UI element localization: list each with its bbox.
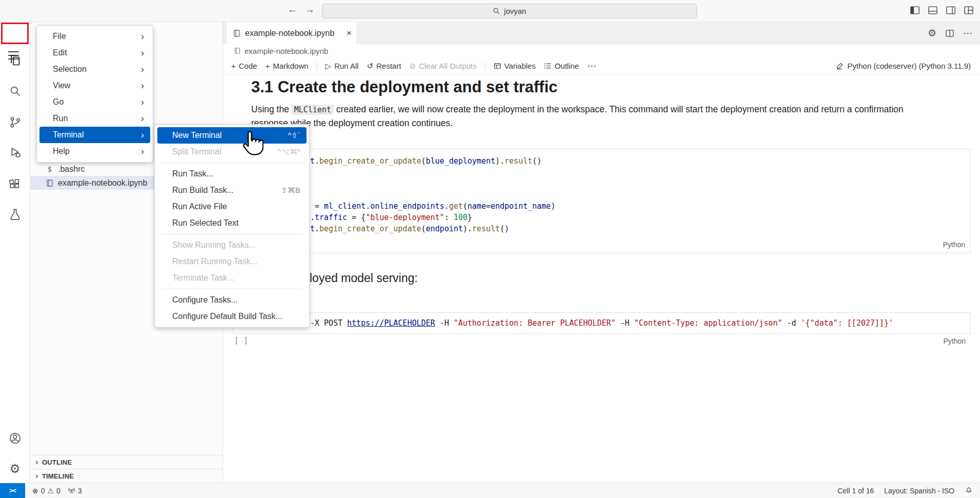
menu-separator [160, 234, 303, 234]
nav-forward-icon[interactable]: → [305, 4, 315, 15]
toggle-sidebar-icon[interactable] [910, 5, 920, 15]
menu-item-edit[interactable]: Edit› [39, 45, 150, 61]
code-cell-1[interactable]: t.begin_create_or_update(blue_deployment… [233, 149, 971, 253]
run-all-icon: ▷ [325, 62, 332, 71]
toolbar-divider [317, 62, 317, 70]
notebook-file-icon [46, 179, 54, 187]
code-editor[interactable]: -X POST https://PLACEHOLDER -H "Authoriz… [233, 317, 970, 329]
shortcut-label: ^⇧` [288, 131, 300, 140]
breadcrumb[interactable]: example-notebook.ipynb [223, 44, 980, 57]
command-center-search[interactable]: jovyan [322, 4, 697, 18]
shellscript-file-icon: $ [46, 165, 54, 173]
inline-code: MLClient [292, 105, 334, 115]
notebook-file-icon [234, 47, 241, 54]
chevron-right-icon: › [35, 471, 38, 481]
toolbar-divider [485, 62, 485, 70]
menu-item-run-active-file[interactable]: Run Active File [157, 198, 307, 215]
customize-layout-icon[interactable] [964, 5, 974, 15]
nav-back-icon[interactable]: ← [288, 4, 297, 15]
plus-icon: + [231, 62, 236, 70]
plus-icon: + [266, 62, 270, 70]
error-icon: ⊗ [32, 487, 38, 495]
menu-item-go[interactable]: Go› [39, 94, 150, 110]
ports-indicator[interactable]: 3 [68, 487, 82, 495]
add-code-cell-button[interactable]: + Code [231, 62, 257, 70]
menu-item-split-terminal: Split Terminal^⌥⌘º [157, 144, 307, 160]
menu-item-run-build-task[interactable]: Run Build Task...⇧⌘B [157, 182, 307, 198]
outline-section-header[interactable]: › OUTLINE [30, 455, 222, 469]
menu-item-file[interactable]: File› [39, 28, 150, 45]
markdown-heading-fragment: loyed model serving: [310, 270, 971, 287]
menu-item-new-terminal[interactable]: New Terminal^⇧` [157, 127, 307, 144]
run-debug-icon[interactable] [7, 144, 23, 161]
notifications-bell-icon[interactable] [965, 487, 973, 495]
account-icon[interactable] [7, 430, 23, 446]
add-markdown-cell-button[interactable]: + Markdown [266, 62, 309, 70]
markdown-paragraph: Using the MLClient created earlier, we w… [251, 103, 971, 130]
toolbar-more-icon[interactable]: ⋯ [587, 61, 597, 72]
restart-kernel-button[interactable]: ↺ Restart [367, 62, 401, 71]
extensions-icon[interactable] [7, 176, 23, 192]
chevron-right-icon: › [35, 457, 38, 467]
toggle-secondary-sidebar-icon[interactable] [946, 5, 956, 15]
clear-outputs-icon: ⊘ [410, 62, 416, 71]
file-name: example-notebook.ipynb [58, 178, 147, 188]
execution-count: [ ] [234, 336, 248, 345]
remote-icon: >< [9, 487, 16, 494]
menu-item-terminal[interactable]: Terminal› [39, 127, 150, 143]
editor-settings-gear-icon[interactable]: ⚙ [928, 28, 936, 38]
cell-language-picker[interactable]: Python [943, 241, 965, 249]
cell-position-indicator[interactable]: Cell 1 of 16 [838, 487, 874, 495]
tab-example-notebook[interactable]: example-notebook.ipynb × [226, 22, 357, 44]
chevron-right-icon: › [141, 81, 144, 91]
highlight-annotation-box [1, 23, 29, 44]
shortcut-label: ⇧⌘B [281, 186, 300, 195]
testing-icon[interactable] [7, 206, 23, 223]
search-value: jovyan [504, 7, 526, 15]
editor-group: example-notebook.ipynb × ⚙ ⋯ example-not… [223, 22, 980, 483]
search-view-icon[interactable] [7, 83, 23, 99]
terminal-submenu: New Terminal^⇧` Split Terminal^⌥⌘º Run T… [154, 124, 310, 328]
outline-button[interactable]: Outline [544, 62, 579, 70]
menu-item-show-running-tasks: Show Running Tasks... [157, 237, 307, 253]
source-control-icon[interactable] [7, 114, 23, 130]
more-actions-icon[interactable]: ⋯ [963, 27, 973, 39]
notebook-file-icon [233, 29, 241, 37]
keyboard-layout-indicator[interactable]: Layout: Spanish - ISO [884, 487, 954, 495]
chevron-right-icon: › [141, 31, 144, 42]
variables-button[interactable]: Variables [494, 62, 536, 70]
split-editor-icon[interactable] [945, 29, 954, 38]
remote-indicator[interactable]: >< [0, 483, 25, 498]
code-cell-2[interactable]: -X POST https://PLACEHOLDER -H "Authoriz… [233, 312, 971, 334]
code-editor[interactable]: t.begin_create_or_update(blue_deployment… [233, 155, 970, 234]
kernel-picker[interactable]: Python (codeserver) (Python 3.11.9) [835, 62, 980, 70]
status-bar: >< ⊗ 0 ⚠ 0 3 Cell 1 of 16 Layout: Spanis… [0, 483, 980, 498]
tab-close-icon[interactable]: × [346, 28, 352, 38]
search-icon [493, 7, 500, 15]
menu-item-configure-tasks[interactable]: Configure Tasks... [157, 292, 307, 308]
menu-item-run-task[interactable]: Run Task... [157, 166, 307, 182]
settings-gear-icon[interactable]: ⚙ [7, 461, 23, 477]
section-label: TIMELINE [42, 472, 74, 480]
timeline-section-header[interactable]: › TIMELINE [30, 469, 222, 483]
menu-item-run[interactable]: Run› [39, 110, 150, 127]
menu-item-selection[interactable]: Selection› [39, 61, 150, 77]
chevron-right-icon: › [141, 64, 144, 75]
menu-item-help[interactable]: Help› [39, 143, 150, 160]
menu-item-view[interactable]: View› [39, 77, 150, 94]
markdown-heading: 3.1 Create the deployment and set traffi… [251, 77, 971, 97]
cell-language-picker[interactable]: Python [943, 337, 966, 345]
application-menu: File› Edit› Selection› View› Go› Run› Te… [36, 25, 153, 163]
explorer-icon[interactable] [7, 52, 23, 68]
file-name: .bashrc [58, 165, 85, 174]
notebook-toolbar: + Code + Markdown ▷ Run All ↺ Restart ⊘ … [223, 57, 980, 75]
mouse-cursor-pointer [240, 130, 263, 156]
run-all-button[interactable]: ▷ Run All [325, 62, 359, 71]
tab-label: example-notebook.ipynb [245, 29, 334, 38]
menu-item-run-selected-text[interactable]: Run Selected Text [157, 215, 307, 231]
outline-icon [544, 62, 552, 70]
toggle-panel-icon[interactable] [928, 5, 938, 15]
activity-bar: ⚙ [0, 22, 30, 483]
problems-indicator[interactable]: ⊗ 0 ⚠ 0 [32, 487, 60, 495]
menu-item-configure-default-build-task[interactable]: Configure Default Build Task... [157, 308, 307, 325]
